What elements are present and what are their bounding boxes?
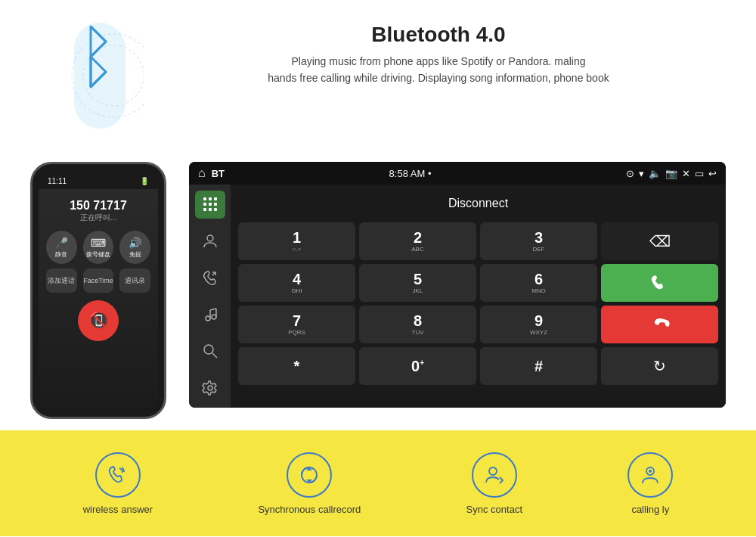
end-call-icon: 📵 (88, 311, 109, 331)
speaker-label: 免提 (129, 250, 141, 259)
sync-icon (298, 464, 321, 486)
key-5[interactable]: 5 JKL (359, 264, 476, 302)
mute-label: 静音 (55, 250, 67, 259)
facetime-label: FaceTime (83, 277, 113, 284)
key-backspace[interactable]: ⌫ (601, 222, 718, 260)
phone-mute-btn[interactable]: 🎤 静音 (46, 231, 77, 264)
facetime-btn[interactable]: FaceTime (83, 268, 114, 293)
car-screen: ⌂ BT 8:58 AM • ⊙ ▾ 🔈 📷 ✕ ▭ ↩ (189, 162, 726, 408)
wifi-icon: ▾ (639, 168, 644, 179)
svg-rect-17 (209, 208, 212, 211)
car-keypad-content: Disconnect 1 ○.○ 2 ABC 3 DEF (231, 185, 726, 408)
wireless-answer-icon-circle (95, 452, 141, 498)
phone-keypad-btn[interactable]: ⌨ 拨号键盘 (83, 231, 114, 264)
sidebar-search[interactable] (195, 337, 225, 365)
bluetooth-icon (30, 15, 144, 136)
add-call-btn[interactable]: 添加通话 (46, 268, 77, 293)
key-2[interactable]: 2 ABC (359, 222, 476, 260)
gps-icon: ⊙ (626, 168, 634, 179)
phone-call-icon (107, 464, 129, 486)
sidebar-recents[interactable] (195, 264, 225, 292)
sidebar-dialpad[interactable] (195, 191, 225, 219)
svg-rect-12 (214, 197, 217, 200)
phone-time: 11:11 (48, 177, 67, 185)
key-star[interactable]: * (238, 347, 355, 385)
volume-icon: 🔈 (649, 168, 661, 179)
mute-icon: 🎤 (55, 237, 68, 249)
subtitle: Playing music from phone apps like Spoti… (151, 53, 726, 87)
main-title: Bluetooth 4.0 (151, 23, 726, 47)
key-6[interactable]: 6 MNO (480, 264, 597, 302)
music-icon (202, 306, 218, 323)
refresh-icon: ↻ (653, 357, 666, 375)
sidebar-settings[interactable] (195, 374, 225, 402)
calling-icon (639, 464, 662, 486)
feature-calling-ly: calling ly (627, 452, 673, 515)
keypad-icon: ⌨ (91, 237, 106, 249)
car-sidebar (189, 185, 231, 408)
key-call-green[interactable] (601, 264, 718, 302)
key-4[interactable]: 4 GHI (238, 264, 355, 302)
svg-rect-13 (203, 203, 206, 206)
contact-sync-icon (483, 464, 506, 486)
svg-point-27 (208, 386, 212, 390)
bottom-section: wireless answer Synchronous callrecord S… (0, 430, 756, 536)
phone-speaker-btn[interactable]: 🔊 免提 (119, 231, 150, 264)
window-icon: ▭ (695, 168, 704, 179)
disconnect-button[interactable]: Disconnect (238, 192, 718, 215)
svg-point-20 (206, 316, 210, 321)
sync-contact-label: Sync contact (466, 504, 522, 515)
key-call-red[interactable] (601, 306, 718, 343)
svg-point-21 (212, 315, 216, 319)
keypad-label: 拨号键盘 (86, 250, 110, 259)
calling-ly-icon-circle (627, 452, 673, 498)
phone-call-screen: 150 71717 正在呼叫... 🎤 静音 ⌨ 拨号键盘 🔊 免提 (39, 189, 158, 408)
sync-callrecord-icon-circle (287, 452, 332, 498)
call-history-icon (202, 269, 218, 286)
end-call-icon (650, 315, 670, 334)
car-main: Disconnect 1 ○.○ 2 ABC 3 DEF (189, 185, 726, 408)
sync-callrecord-label: Synchronous callrecord (258, 504, 361, 515)
svg-point-19 (207, 235, 213, 241)
end-call-button[interactable]: 📵 (78, 300, 119, 341)
phone-status-bar: 11:11 🔋 (39, 173, 158, 189)
key-9[interactable]: 9 WXYZ (480, 306, 597, 343)
search-icon (202, 343, 218, 359)
top-section: Bluetooth 4.0 Playing music from phone a… (0, 0, 756, 147)
contacts-label: 通讯录 (125, 276, 145, 286)
svg-rect-18 (214, 208, 217, 211)
add-call-label: 添加通话 (48, 276, 75, 286)
svg-rect-15 (214, 203, 217, 206)
calling-ly-label: calling ly (631, 504, 669, 515)
contacts-btn[interactable]: 通讯录 (119, 268, 150, 293)
sidebar-music[interactable] (195, 301, 225, 329)
middle-section: 11:11 🔋 150 71717 正在呼叫... 🎤 静音 ⌨ 拨号键盘 (0, 147, 756, 427)
settings-icon (202, 380, 218, 396)
title-area: Bluetooth 4.0 Playing music from phone a… (151, 15, 726, 87)
phone-screen: 11:11 🔋 150 71717 正在呼叫... 🎤 静音 ⌨ 拨号键盘 (39, 173, 158, 408)
bluetooth-icon-area (30, 15, 151, 139)
key-refresh[interactable]: ↻ (601, 347, 718, 385)
key-3[interactable]: 3 DEF (480, 222, 597, 260)
key-hash[interactable]: # (480, 347, 597, 385)
svg-point-30 (649, 470, 652, 473)
car-status-icons: ⊙ ▾ 🔈 📷 ✕ ▭ ↩ (626, 168, 717, 179)
key-1[interactable]: 1 ○.○ (238, 222, 355, 260)
wireless-answer-label: wireless answer (83, 504, 153, 515)
close-icon: ✕ (682, 168, 690, 179)
call-icon (650, 273, 670, 293)
key-8[interactable]: 8 TUV (359, 306, 476, 343)
key-7[interactable]: 7 PQRS (238, 306, 355, 343)
backspace-icon: ⌫ (649, 232, 671, 250)
svg-point-28 (489, 467, 497, 475)
feature-sync-callrecord: Synchronous callrecord (258, 452, 361, 515)
speaker-icon: 🔊 (129, 237, 141, 249)
person-icon (202, 233, 218, 250)
feature-sync-contact: Sync contact (466, 452, 522, 515)
home-icon[interactable]: ⌂ (198, 166, 206, 180)
svg-point-25 (204, 345, 213, 354)
car-status-bar: ⌂ BT 8:58 AM • ⊙ ▾ 🔈 📷 ✕ ▭ ↩ (189, 162, 726, 185)
sidebar-contacts[interactable] (195, 228, 225, 256)
svg-line-23 (210, 309, 216, 310)
key-0[interactable]: 0+ (359, 347, 476, 385)
